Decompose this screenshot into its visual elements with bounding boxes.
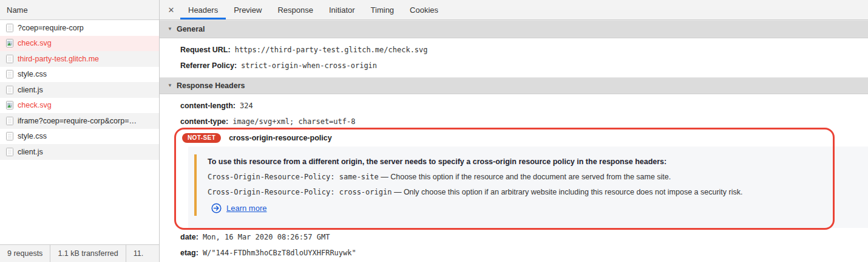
response-headers-section-header[interactable]: ▼ Response Headers bbox=[160, 77, 868, 94]
header-row: Referrer Policy: strict-origin-when-cros… bbox=[160, 58, 868, 74]
resources-size: 11. bbox=[126, 245, 151, 262]
request-name: ?coep=require-corp bbox=[18, 24, 84, 32]
tab-initiator[interactable]: Initiator bbox=[321, 0, 363, 19]
chevron-down-icon: ▼ bbox=[168, 83, 172, 88]
header-row: date: Mon, 16 Mar 2020 08:26:57 GMT bbox=[160, 229, 868, 245]
name-column-header[interactable]: Name bbox=[0, 0, 159, 20]
tab-timing[interactable]: Timing bbox=[363, 0, 402, 19]
header-row: content-type: image/svg+xml; charset=utf… bbox=[160, 114, 868, 129]
request-name: check.svg bbox=[18, 39, 52, 47]
header-label: etag: bbox=[180, 249, 198, 257]
request-name: iframe?coep=require-corp&corp=… bbox=[18, 117, 137, 125]
image-icon bbox=[6, 101, 13, 109]
explanation-title: To use this resource from a different or… bbox=[208, 154, 861, 170]
header-row: content-length: 324 bbox=[160, 98, 868, 114]
devtools-network-panel: Name ?coep=require-corp check.svg third-… bbox=[0, 0, 868, 262]
request-row[interactable]: client.js bbox=[0, 144, 159, 160]
request-name: client.js bbox=[18, 86, 43, 94]
request-name: check.svg bbox=[18, 101, 52, 109]
corp-option-text: — Choose this option if the resource and… bbox=[379, 173, 671, 181]
corp-explanation-panel: To use this resource from a different or… bbox=[188, 147, 868, 228]
missing-header-row: NOT-SET cross-origin-resource-policy bbox=[160, 129, 868, 147]
corp-option-cross-origin: Cross-Origin-Resource-Policy: cross-orig… bbox=[208, 185, 861, 200]
chevron-down-icon: ▼ bbox=[168, 26, 172, 32]
response-header-rows-after: date: Mon, 16 Mar 2020 08:26:57 GMT etag… bbox=[160, 228, 868, 261]
request-row[interactable]: check.svg bbox=[0, 36, 159, 52]
request-name: style.css bbox=[18, 70, 47, 78]
tab-cookies[interactable]: Cookies bbox=[402, 0, 446, 19]
corp-option-code: Cross-Origin-Resource-Policy: cross-orig… bbox=[208, 188, 392, 196]
request-row[interactable]: check.svg bbox=[0, 98, 159, 114]
request-row[interactable]: client.js bbox=[0, 82, 159, 98]
request-row[interactable]: style.css bbox=[0, 129, 159, 145]
header-row: Request URL: https://third-party-test.gl… bbox=[160, 42, 868, 58]
header-label: Referrer Policy: bbox=[180, 61, 237, 70]
learn-more-link[interactable]: Learn more bbox=[226, 204, 266, 213]
header-label: content-type: bbox=[180, 117, 228, 126]
request-row[interactable]: style.css bbox=[0, 67, 159, 83]
header-label: Request URL: bbox=[180, 46, 231, 54]
details-tabbar: ✕ Headers Preview Response Initiator Tim… bbox=[160, 0, 868, 20]
header-label: date: bbox=[180, 233, 198, 241]
document-icon bbox=[6, 55, 13, 63]
request-name: client.js bbox=[18, 148, 43, 156]
general-rows: Request URL: https://third-party-test.gl… bbox=[160, 38, 868, 74]
network-summary-bar: 9 requests 1.1 kB transferred 11. bbox=[0, 244, 159, 262]
name-column-label: Name bbox=[7, 5, 28, 15]
document-icon bbox=[6, 117, 13, 125]
request-name: third-party-test.glitch.me bbox=[18, 55, 99, 63]
network-request-list: Name ?coep=require-corp check.svg third-… bbox=[0, 0, 160, 262]
learn-more-row: Learn more bbox=[208, 200, 861, 216]
header-label: content-length: bbox=[180, 102, 236, 110]
request-name: style.css bbox=[18, 132, 47, 140]
tab-preview[interactable]: Preview bbox=[226, 0, 270, 19]
document-icon bbox=[6, 70, 13, 78]
header-value: image/svg+xml; charset=utf-8 bbox=[232, 117, 355, 126]
document-icon bbox=[6, 24, 13, 32]
request-row[interactable]: iframe?coep=require-corp&corp=… bbox=[0, 113, 159, 129]
document-icon bbox=[6, 148, 13, 156]
request-row[interactable]: ?coep=require-corp bbox=[0, 20, 159, 36]
arrow-circle-right-icon[interactable] bbox=[211, 203, 222, 213]
request-rows: ?coep=require-corp check.svg third-party… bbox=[0, 20, 159, 244]
not-set-badge: NOT-SET bbox=[182, 133, 221, 143]
header-value: https://third-party-test.glitch.me/check… bbox=[235, 46, 428, 54]
header-value: 324 bbox=[240, 102, 253, 110]
missing-header-name: cross-origin-resource-policy bbox=[229, 134, 332, 142]
corp-explanation-content: To use this resource from a different or… bbox=[194, 154, 861, 216]
request-details-panel: ✕ Headers Preview Response Initiator Tim… bbox=[160, 0, 868, 262]
header-value: Mon, 16 Mar 2020 08:26:57 GMT bbox=[203, 233, 330, 241]
header-row: etag: W/"144-FTDhm3hoCBzT8dloUYXHFRRuywk… bbox=[160, 245, 868, 261]
document-icon bbox=[6, 86, 13, 94]
requests-count: 9 requests bbox=[0, 245, 50, 262]
general-section-header[interactable]: ▼ General bbox=[160, 20, 868, 38]
request-row[interactable]: third-party-test.glitch.me bbox=[0, 51, 159, 67]
image-icon bbox=[6, 39, 13, 47]
response-header-rows: content-length: 324 content-type: image/… bbox=[160, 94, 868, 129]
general-section-title: General bbox=[177, 25, 205, 33]
response-headers-section-title: Response Headers bbox=[177, 81, 245, 90]
close-icon[interactable]: ✕ bbox=[162, 0, 180, 19]
corp-option-text: — Only choose this option if an arbitrar… bbox=[392, 188, 742, 196]
corp-option-same-site: Cross-Origin-Resource-Policy: same-site … bbox=[208, 170, 861, 185]
header-value: W/"144-FTDhm3hoCBzT8dloUYXHFRRuywk" bbox=[203, 249, 356, 257]
header-value: strict-origin-when-cross-origin bbox=[241, 61, 377, 70]
corp-option-code: Cross-Origin-Resource-Policy: same-site bbox=[208, 173, 379, 181]
tab-response[interactable]: Response bbox=[270, 0, 321, 19]
transferred-size: 1.1 kB transferred bbox=[50, 245, 126, 262]
document-icon bbox=[6, 132, 13, 140]
tab-headers[interactable]: Headers bbox=[180, 0, 226, 19]
